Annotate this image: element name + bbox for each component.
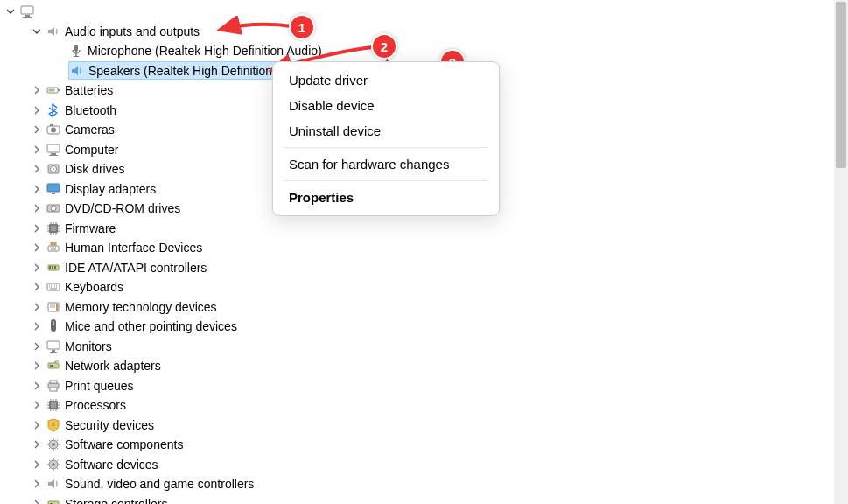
menu-uninstall-device[interactable]: Uninstall device [277,118,495,144]
category-network-adapters[interactable]: Network adapters [4,356,848,376]
svg-rect-33 [47,341,60,349]
chevron-right-icon[interactable] [32,439,42,450]
menu-scan-hardware[interactable]: Scan for hardware changes [277,151,495,177]
vertical-scrollbar[interactable] [834,0,848,504]
chevron-right-icon[interactable] [32,164,42,174]
category-label: Network adapters [65,359,161,373]
svg-rect-27 [49,266,51,270]
svg-rect-3 [74,45,78,52]
category-keyboards[interactable]: Keyboards [4,277,848,298]
mouse-icon [46,318,61,334]
category-label: Computer [65,143,118,157]
svg-rect-24 [48,246,59,251]
computer-icon [46,142,61,158]
svg-point-45 [52,443,55,446]
svg-point-21 [51,206,56,211]
chevron-right-icon[interactable] [32,282,42,292]
category-ide-ata[interactable]: IDE ATA/ATAPI controllers [4,258,848,278]
category-monitors[interactable]: Monitors [4,337,848,357]
chevron-right-icon[interactable] [32,381,42,391]
chevron-right-icon[interactable] [32,479,42,489]
category-label: Security devices [65,418,154,432]
svg-rect-42 [51,402,56,408]
svg-rect-29 [54,266,56,270]
chevron-right-icon[interactable] [32,203,42,214]
camera-icon [46,122,61,137]
microphone-icon [68,43,84,59]
svg-rect-25 [51,242,56,245]
menu-separator [284,180,488,181]
svg-rect-13 [51,153,56,155]
svg-point-47 [52,463,55,466]
category-sound-video-game[interactable]: Sound, video and game controllers [4,474,848,494]
category-label: Sound, video and game controllers [65,477,254,491]
chip-icon [46,220,61,236]
chevron-right-icon[interactable] [32,302,42,312]
category-software-components[interactable]: Software components [4,435,848,455]
context-menu[interactable]: Update driver Disable device Uninstall d… [272,61,500,216]
hid-icon [46,240,61,256]
svg-rect-14 [49,155,58,156]
category-label: Software devices [65,458,158,472]
chevron-right-icon[interactable] [32,321,42,332]
chevron-right-icon[interactable] [32,459,42,470]
chevron-right-icon[interactable] [32,144,42,155]
category-processors[interactable]: Processors [4,396,848,416]
chevron-right-icon[interactable] [32,85,42,95]
speaker-icon [69,63,85,79]
category-mice[interactable]: Mice and other pointing devices [4,317,848,337]
chevron-right-icon[interactable] [32,341,42,352]
menu-properties[interactable]: Properties [277,185,495,210]
category-storage-controllers[interactable]: Storage controllers [4,494,848,505]
chevron-down-icon[interactable] [5,6,16,17]
category-memory-tech[interactable]: Memory technology devices [4,298,848,318]
chevron-right-icon[interactable] [32,242,42,253]
chevron-right-icon[interactable] [32,499,42,504]
svg-rect-23 [51,226,56,231]
scrollbar-thumb[interactable] [836,2,846,168]
chevron-right-icon[interactable] [32,105,42,116]
category-label: Print queues [65,379,134,393]
storage-icon [46,496,61,504]
menu-disable-device[interactable]: Disable device [277,93,495,118]
category-label: Monitors [65,340,112,354]
svg-rect-1 [25,15,30,17]
svg-rect-40 [50,388,57,391]
chevron-right-icon[interactable] [32,223,42,234]
card-icon [46,299,61,315]
category-security-devices[interactable]: Security devices [4,416,848,436]
svg-rect-43 [53,423,55,426]
category-print-queues[interactable]: Print queues [4,376,848,396]
printer-icon [46,378,61,394]
step-badge-2: 2 [371,33,397,60]
step-badge-1: 1 [289,14,315,40]
bluetooth-icon [46,102,61,118]
category-audio[interactable]: Audio inputs and outputs [4,22,848,42]
category-hid[interactable]: Human Interface Devices [4,238,848,258]
svg-rect-18 [47,184,60,192]
category-label: Disk drives [65,162,124,176]
chevron-down-icon[interactable] [32,26,42,37]
chevron-right-icon[interactable] [32,184,42,194]
chevron-right-icon[interactable] [32,262,42,273]
category-label: Keyboards [65,280,123,294]
category-label: Mice and other pointing devices [65,319,237,333]
computer-icon [19,4,35,19]
category-firmware[interactable]: Firmware [4,219,848,239]
svg-rect-0 [21,6,33,14]
shield-icon [46,417,61,433]
tree-root-row[interactable] [4,2,848,22]
battery-icon [46,82,61,98]
category-software-devices[interactable]: Software devices [4,455,848,475]
svg-rect-4 [75,53,76,56]
category-label: Display adapters [65,182,156,196]
chevron-right-icon[interactable] [32,124,42,135]
menu-update-driver[interactable]: Update driver [277,67,495,93]
svg-point-17 [53,168,54,170]
chevron-right-icon[interactable] [32,420,42,430]
chevron-right-icon[interactable] [32,360,42,371]
monitor-icon [46,339,61,354]
category-label: Processors [65,398,126,412]
chevron-right-icon[interactable] [32,400,42,410]
svg-rect-12 [47,144,60,152]
